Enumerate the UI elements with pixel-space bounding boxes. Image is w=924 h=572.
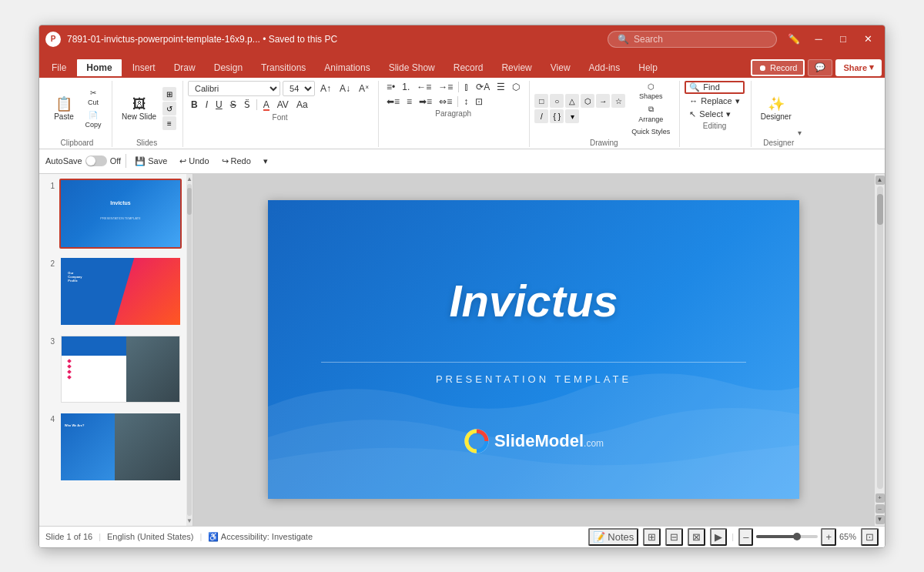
minimize-button[interactable]: ─ (808, 32, 829, 47)
record-button[interactable]: ⏺ Record (751, 59, 805, 76)
scroll-thumb[interactable] (877, 194, 883, 225)
section-icon[interactable]: ≡ (162, 116, 176, 130)
zoom-in-right[interactable]: + (875, 493, 885, 503)
slideshow-button[interactable]: ▶ (710, 528, 727, 546)
reading-view-button[interactable]: ⊠ (688, 528, 705, 546)
align-left-button[interactable]: ⬅≡ (383, 95, 403, 108)
slide-thumbnail-3[interactable]: 3 (42, 333, 183, 406)
shape-7[interactable]: / (534, 109, 548, 123)
copy-button[interactable]: 📄 Copy (81, 109, 105, 130)
shape-5[interactable]: → (596, 94, 610, 108)
zoom-knob[interactable] (793, 533, 801, 540)
find-button[interactable]: 🔍 Find (685, 81, 744, 94)
tab-file[interactable]: File (42, 58, 75, 78)
columns-button[interactable]: ⫿ (461, 81, 472, 93)
tab-review[interactable]: Review (492, 58, 541, 78)
align-text-button[interactable]: ☰ (494, 81, 508, 93)
designer-chevron-icon[interactable]: ▾ (798, 129, 802, 137)
zoom-track[interactable] (756, 535, 818, 538)
tab-help[interactable]: Help (629, 58, 667, 78)
align-center-button[interactable]: ≡ (403, 95, 415, 108)
tab-insert[interactable]: Insert (123, 58, 165, 78)
panel-scroll-down[interactable]: ▼ (186, 517, 192, 524)
save-button[interactable]: 💾 Save (131, 155, 171, 168)
tab-view[interactable]: View (541, 58, 580, 78)
slide-thumbnail-2[interactable]: 2 OurCompanyProfile (42, 255, 183, 328)
select-button[interactable]: ↖ Select ▾ (685, 109, 744, 120)
scroll-down-button[interactable]: ▼ (875, 515, 885, 524)
close-button[interactable]: ✕ (857, 32, 879, 47)
zoom-out-right[interactable]: – (875, 504, 885, 513)
text-direction-button[interactable]: ⟳A (473, 81, 493, 93)
tab-addins[interactable]: Add-ins (580, 58, 630, 78)
replace-button[interactable]: ↔ Replace ▾ (685, 95, 744, 107)
panel-scroll-up[interactable]: ▲ (186, 176, 192, 182)
increase-indent-button[interactable]: →≡ (435, 81, 456, 93)
reset-icon[interactable]: ↺ (162, 102, 176, 115)
tab-design[interactable]: Design (205, 58, 252, 78)
tab-transitions[interactable]: Transitions (252, 58, 315, 78)
shape-3[interactable]: △ (565, 94, 579, 108)
tab-slideshow[interactable]: Slide Show (380, 58, 444, 78)
tab-draw[interactable]: Draw (165, 58, 205, 78)
layout-icon[interactable]: ⊞ (162, 87, 176, 101)
normal-view-button[interactable]: ⊞ (643, 528, 661, 546)
slide-thumbnail-4[interactable]: 4 Who We Are? (42, 410, 183, 483)
font-family-select[interactable]: Calibri (188, 81, 280, 96)
autosave-toggle[interactable] (85, 156, 107, 166)
font-color-button[interactable]: A (260, 99, 273, 112)
designer-button[interactable]: ✨ Designer (756, 94, 796, 124)
cut-button[interactable]: ✂ Cut (81, 87, 105, 108)
new-slide-button[interactable]: 🖼 New Slide (117, 94, 161, 124)
decrease-font-button[interactable]: A↓ (336, 82, 353, 95)
quick-styles-button[interactable]: Quick Styles (628, 126, 673, 137)
search-bar[interactable]: 🔍 (608, 31, 777, 48)
maximize-button[interactable]: □ (832, 32, 854, 47)
paste-button[interactable]: 📋 Paste (49, 94, 79, 124)
search-input[interactable] (634, 34, 767, 45)
share-button[interactable]: Share ▾ (835, 59, 882, 76)
shape-2[interactable]: ○ (550, 94, 564, 108)
shape-4[interactable]: ⬡ (581, 94, 594, 108)
shape-1[interactable]: □ (534, 94, 548, 108)
font-size-aa-button[interactable]: Aa (293, 99, 311, 111)
slide-sorter-button[interactable]: ⊟ (665, 528, 683, 546)
line-spacing-button[interactable]: ↕ (460, 95, 471, 108)
tab-record[interactable]: Record (444, 58, 493, 78)
slide-canvas[interactable]: Invictus PRESENTATION TEMPLATE SlideMode… (268, 200, 799, 499)
clear-format-button[interactable]: Aˣ (356, 82, 372, 95)
bold-button[interactable]: B (188, 99, 201, 111)
italic-button[interactable]: I (203, 99, 211, 111)
panel-scroll-thumb[interactable] (187, 188, 192, 215)
underline-button[interactable]: U (213, 99, 226, 111)
zoom-in-button[interactable]: + (821, 528, 836, 546)
shadow-button[interactable]: S̈ (241, 99, 253, 111)
pen-icon[interactable]: ✏️ (783, 32, 805, 47)
tab-animations[interactable]: Animations (315, 58, 379, 78)
tab-home[interactable]: Home (75, 58, 122, 78)
redo-button[interactable]: ↪ Redo (218, 155, 255, 168)
justify-button[interactable]: ⇔≡ (436, 95, 455, 108)
zoom-out-button[interactable]: – (738, 528, 753, 546)
smartart-button[interactable]: ⬡ (509, 81, 523, 93)
quick-access-more[interactable]: ▾ (259, 155, 272, 168)
comments-button[interactable]: 💬 (808, 59, 832, 76)
notes-button[interactable]: 📝 Notes (588, 528, 639, 546)
paragraph-expand-button[interactable]: ⊡ (472, 95, 486, 108)
increase-font-button[interactable]: A↑ (317, 82, 334, 95)
strikethrough-button[interactable]: S (227, 99, 239, 111)
slide-thumbnail-1[interactable]: 1 Invictus PRESENTATION TEMPLATE (42, 177, 183, 250)
align-right-button[interactable]: ➡≡ (416, 95, 435, 108)
shape-8[interactable]: { } (550, 109, 564, 123)
numbering-button[interactable]: 1. (399, 81, 413, 93)
undo-button[interactable]: ↩ Undo (176, 155, 213, 168)
font-size-select[interactable]: 54 (283, 81, 315, 96)
shapes-button[interactable]: ⬡ Shapes (628, 81, 673, 102)
fit-slide-button[interactable]: ⊡ (861, 528, 879, 546)
char-spacing-button[interactable]: AV (274, 99, 292, 111)
bullets-button[interactable]: ≡• (383, 81, 398, 93)
decrease-indent-button[interactable]: ←≡ (413, 81, 434, 93)
shape-6[interactable]: ☆ (611, 94, 625, 108)
shape-more[interactable]: ▾ (565, 109, 579, 123)
arrange-button[interactable]: ⧉ Arrange (628, 103, 673, 125)
